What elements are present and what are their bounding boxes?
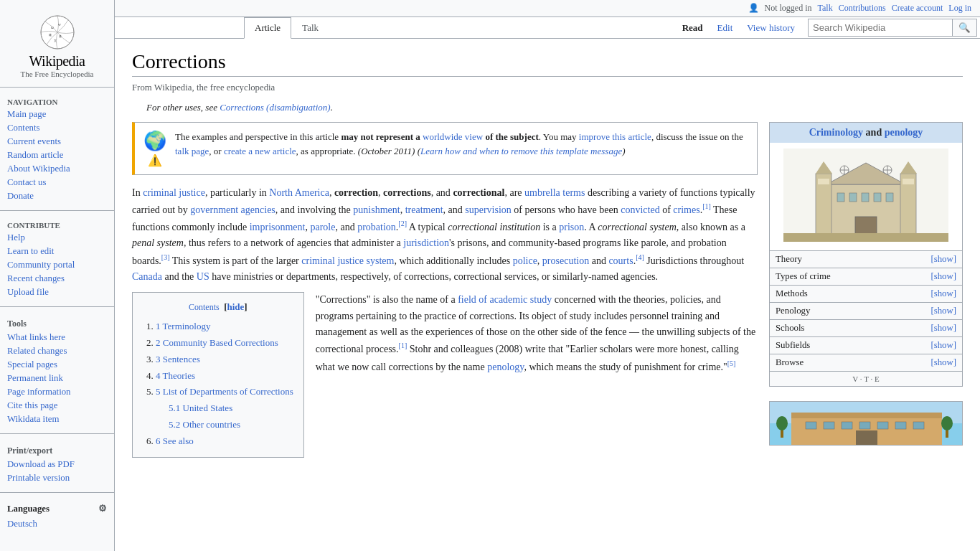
sidebar-item-cite[interactable]: Cite this page [0,399,114,413]
toc-link-5[interactable]: 5 [156,386,161,397]
toc-sublist: 5.1 United States 5.2 Other countries [156,401,293,433]
toc-link-2[interactable]: 2 [156,337,161,348]
toc-link-4[interactable]: 4 [156,370,161,381]
imprisonment-link[interactable]: imprisonment [250,222,306,232]
infobox-show-penology[interactable]: [show] [930,306,956,316]
tab-action-read[interactable]: Read [675,19,710,37]
toc-link-2-label[interactable]: Community Based Corrections [163,337,278,348]
sidebar-item-main-page[interactable]: Main page [0,108,114,121]
infobox-image [770,143,962,250]
tab-action-edit[interactable]: Edit [710,19,740,37]
toc-link-1[interactable]: 1 [156,321,161,331]
infobox-show-browse[interactable]: [show] [930,357,956,368]
sidebar-item-deutsch[interactable]: Deutsch [0,517,114,531]
sidebar-item-wikidata[interactable]: Wikidata item [0,413,114,426]
toc-link-5-label[interactable]: List of Departments of Corrections [163,386,293,397]
toc-link-5-1[interactable]: 5.1 [169,402,180,413]
criminal-justice-link[interactable]: criminal justice [143,187,205,198]
sidebar-item-contact[interactable]: Contact us [0,176,114,189]
site-logo[interactable]: Ω W 維 基 文 Wikipedia The Free Encyclopedi… [0,6,114,84]
toc-link-5-1-label[interactable]: United States [183,402,233,413]
toc-link-3[interactable]: 3 [156,354,161,364]
sidebar-item-special-pages[interactable]: Special pages [0,358,114,372]
umbrella-terms-link[interactable]: umbrella terms [524,187,585,198]
talk-page-link[interactable]: talk page [175,146,209,156]
infobox-show-schools[interactable]: [show] [930,323,956,334]
list-item: 5.1 United States [169,401,293,416]
infobox-show-subfields[interactable]: [show] [930,340,956,351]
us-link[interactable]: US [197,271,209,282]
disambiguation-link[interactable]: Corrections (disambiguation) [220,102,330,113]
sidebar-item-learn-edit[interactable]: Learn to edit [0,245,114,258]
cjs-link[interactable]: criminal justice system [301,255,394,266]
infobox-label-penology: Penology [776,306,930,316]
jurisdiction-link[interactable]: jurisdiction [403,237,449,248]
penology-link[interactable]: penology [885,127,923,138]
sidebar-item-page-info[interactable]: Page information [0,385,114,399]
site-name: Wikipedia [3,53,111,70]
improve-article-link[interactable]: improve this article [579,131,651,142]
parole-link[interactable]: parole [310,222,335,232]
toc-hide-link[interactable]: hide [227,301,245,312]
canada-link[interactable]: Canada [132,271,162,282]
languages-gear-icon[interactable]: ⚙ [98,503,107,514]
svg-rect-16 [862,193,869,202]
toc-link-5-2[interactable]: 5.2 [169,419,180,430]
toc-link-3-label[interactable]: Sentences [163,354,200,364]
sidebar-item-printable[interactable]: Printable version [0,471,114,485]
sidebar-item-contents[interactable]: Contents [0,121,114,135]
notice-text: The examples and perspective in this art… [175,130,748,158]
field-of-study-link[interactable]: field of academic study [458,294,552,305]
tab-talk[interactable]: Talk [291,17,329,39]
search-input[interactable] [809,19,952,36]
infobox-show-theory[interactable]: [show] [930,254,956,265]
crimes-link[interactable]: crimes [673,204,699,215]
sidebar-item-upload[interactable]: Upload file [0,286,114,299]
sidebar-item-donate[interactable]: Donate [0,189,114,203]
sidebar-item-download-pdf[interactable]: Download as PDF [0,458,114,471]
toc-link-6-label[interactable]: See also [163,435,194,446]
sidebar-item-about[interactable]: About Wikipedia [0,162,114,176]
sidebar-item-what-links[interactable]: What links here [0,331,114,344]
toc-list: 1 Terminology 2 Community Based Correcti… [143,319,293,448]
tab-action-view-history[interactable]: View history [740,19,802,37]
talk-link[interactable]: Talk [818,3,833,14]
treatment-link[interactable]: treatment [405,204,443,215]
list-item: 5.2 Other countries [169,418,293,433]
contributions-link[interactable]: Contributions [839,3,886,14]
police-link[interactable]: police [513,255,537,266]
tab-article[interactable]: Article [244,17,291,39]
learn-remove-link[interactable]: Learn how and when to remove this templa… [420,146,622,156]
sidebar-item-community[interactable]: Community portal [0,258,114,272]
create-account-link[interactable]: Create account [892,3,943,14]
worldwide-view-link[interactable]: worldwide view [423,131,483,142]
sidebar-item-permanent-link[interactable]: Permanent link [0,372,114,385]
search-button[interactable]: 🔍 [952,19,976,36]
toc-link-6[interactable]: 6 [156,435,161,446]
punishment-link[interactable]: punishment [353,204,400,215]
sidebar-item-random-article[interactable]: Random article [0,149,114,162]
sidebar-item-related-changes[interactable]: Related changes [0,344,114,358]
prosecution-link[interactable]: prosecution [542,255,589,266]
convicted-link[interactable]: convicted [621,204,659,215]
toc-title: Contents [hide] [143,300,293,315]
courts-link[interactable]: courts [608,255,633,266]
infobox-show-types[interactable]: [show] [930,271,956,282]
criminology-link[interactable]: Criminology [809,127,863,138]
infobox-show-methods[interactable]: [show] [930,288,956,299]
svg-text:基: 基 [59,34,62,38]
toc-link-1-label[interactable]: Terminology [163,321,211,331]
government-agencies-link[interactable]: government agencies [190,204,275,215]
log-in-link[interactable]: Log in [948,3,971,14]
toc-link-4-label[interactable]: Theories [163,370,195,381]
penology-link[interactable]: penology [487,361,524,372]
sidebar-item-current-events[interactable]: Current events [0,135,114,149]
toc-link-5-2-label[interactable]: Other countries [183,419,241,430]
north-america-link[interactable]: North America [269,187,329,198]
create-article-link[interactable]: create a new article [224,146,296,156]
probation-link[interactable]: probation [357,222,396,232]
supervision-link[interactable]: supervision [465,204,512,215]
sidebar-item-recent-changes[interactable]: Recent changes [0,272,114,286]
sidebar-item-help[interactable]: Help [0,231,114,245]
prison-link[interactable]: prison [559,222,584,232]
